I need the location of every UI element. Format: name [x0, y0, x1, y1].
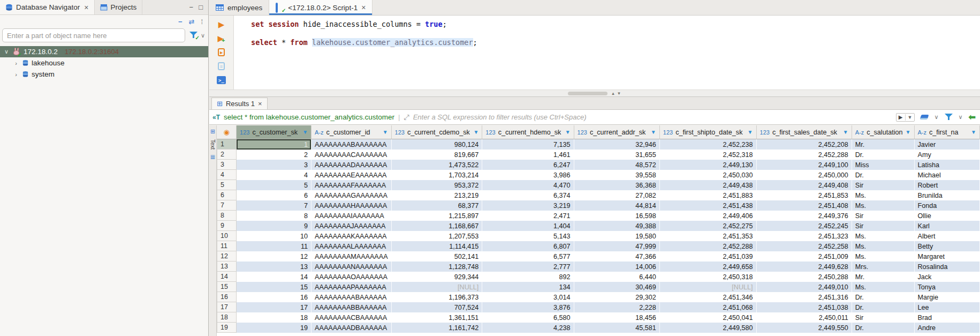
- grid-cell[interactable]: 47,999: [574, 241, 660, 251]
- grid-cell[interactable]: AAAAAAAACBAAAAAA: [312, 312, 392, 323]
- grid-cell[interactable]: 892: [482, 272, 574, 282]
- grid-cell[interactable]: 2,450,030: [660, 170, 757, 180]
- grid-cell[interactable]: AAAAAAAAOAAAAAAA: [312, 272, 392, 282]
- sort-dropdown-icon[interactable]: ▼: [565, 129, 571, 135]
- grid-cell[interactable]: 49,388: [574, 221, 660, 231]
- grid-cell[interactable]: 10: [237, 231, 312, 241]
- grid-cell[interactable]: Ms.: [852, 231, 915, 241]
- grid-cell[interactable]: 2,449,100: [757, 160, 852, 170]
- grid-cell[interactable]: 2,450,318: [660, 272, 757, 282]
- grid-cell[interactable]: 2,451,323: [757, 231, 852, 241]
- previous-page-icon[interactable]: ⬅: [969, 112, 976, 122]
- grid-cell[interactable]: 3,986: [482, 170, 574, 180]
- filters-dropdown-icon[interactable]: ∨: [959, 114, 963, 121]
- grid-cell[interactable]: [NULL]: [660, 282, 757, 292]
- grid-cell[interactable]: 2,452,208: [757, 139, 852, 150]
- row-number[interactable]: 2: [217, 150, 237, 160]
- grid-cell[interactable]: 1,361,151: [392, 312, 483, 323]
- grid-cell[interactable]: Margie: [915, 292, 980, 302]
- grid-cell[interactable]: AAAAAAAAEAAAAAAA: [312, 170, 392, 180]
- grid-view-icon[interactable]: ⊞: [210, 128, 215, 135]
- grid-cell[interactable]: 11: [237, 241, 312, 251]
- grid-cell[interactable]: Tonya: [915, 282, 980, 292]
- grid-cell[interactable]: 929,344: [392, 272, 483, 282]
- grid-cell[interactable]: 1,168,667: [392, 221, 483, 231]
- apply-filter-button[interactable]: ▶ ▼: [896, 113, 915, 122]
- column-header-c_current_cdemo_sk[interactable]: 123c_current_cdemo_sk▼: [392, 125, 483, 139]
- row-number[interactable]: 18: [217, 312, 237, 323]
- grid-cell[interactable]: 8: [237, 211, 312, 221]
- grid-cell[interactable]: 2,451,009: [757, 251, 852, 262]
- sort-dropdown-icon[interactable]: ▼: [302, 129, 308, 135]
- tab-results-1[interactable]: ⊞ Results 1 ×: [211, 98, 268, 109]
- result-filter-input[interactable]: [413, 113, 892, 121]
- sort-dropdown-icon[interactable]: ▼: [906, 129, 911, 135]
- grid-cell[interactable]: AAAAAAAAKAAAAAAA: [312, 231, 392, 241]
- grid-cell[interactable]: 15: [237, 282, 312, 292]
- grid-cell[interactable]: Albert: [915, 231, 980, 241]
- column-header-c_current_hdemo_sk[interactable]: 123c_current_hdemo_sk▼: [482, 125, 574, 139]
- grid-cell[interactable]: 3,219: [482, 200, 574, 211]
- sash-grip-icon[interactable]: ▴ ▾: [612, 91, 621, 96]
- grid-cell[interactable]: 2,449,580: [660, 323, 757, 333]
- grid-cell[interactable]: 1,461: [482, 150, 574, 160]
- execute-script-button[interactable]: ▸: [217, 48, 226, 57]
- grid-cell[interactable]: AAAAAAAAIAAAAAAA: [312, 211, 392, 221]
- grid-cell[interactable]: 2,451,039: [660, 251, 757, 262]
- grid-cell[interactable]: 1,703,214: [392, 170, 483, 180]
- grid-cell[interactable]: Javier: [915, 139, 980, 150]
- grid-cell[interactable]: 12: [237, 251, 312, 262]
- grid-cell[interactable]: Margaret: [915, 251, 980, 262]
- grid-cell[interactable]: 18: [237, 312, 312, 323]
- grid-cell[interactable]: Miss: [852, 160, 915, 170]
- grid-cell[interactable]: 2,449,550: [757, 323, 852, 333]
- grid-cell[interactable]: AAAAAAAALAAAAAAA: [312, 241, 392, 251]
- grid-cell[interactable]: Dr.: [852, 323, 915, 333]
- grid-cell[interactable]: 1: [237, 139, 312, 150]
- grid-cell[interactable]: Ms.: [852, 200, 915, 211]
- grid-cell[interactable]: Brad: [915, 312, 980, 323]
- row-number[interactable]: 11: [217, 241, 237, 251]
- grid-cell[interactable]: 47,366: [574, 251, 660, 262]
- grid-cell[interactable]: 2,452,238: [660, 139, 757, 150]
- grid-cell[interactable]: 19: [237, 323, 312, 333]
- grid-cell[interactable]: Ms.: [852, 190, 915, 200]
- link-with-editor-icon[interactable]: ⇄: [188, 18, 194, 25]
- grid-cell[interactable]: 48,572: [574, 160, 660, 170]
- grid-cell[interactable]: Ms.: [852, 251, 915, 262]
- grid-cell[interactable]: 19,580: [574, 231, 660, 241]
- tree-item-connection[interactable]: ∨ ✓ 172.18.0.2 172.18.0.2:31604: [0, 46, 208, 57]
- grid-cell[interactable]: 4,470: [482, 180, 574, 190]
- row-number[interactable]: 1: [217, 139, 237, 150]
- column-header-c_salutation[interactable]: A-zc_salutation▼: [852, 125, 915, 139]
- grid-cell[interactable]: 5,143: [482, 231, 574, 241]
- grid-cell[interactable]: Sir: [852, 312, 915, 323]
- grid-cell[interactable]: Sir: [852, 211, 915, 221]
- sort-dropdown-icon[interactable]: ▼: [651, 129, 656, 135]
- grid-cell[interactable]: AAAAAAAAMAAAAAAA: [312, 251, 392, 262]
- tab-database-navigator[interactable]: Database Navigator ×: [0, 0, 95, 14]
- maximize-view-icon[interactable]: □: [199, 3, 203, 11]
- grid-cell[interactable]: 6,440: [574, 272, 660, 282]
- grid-cell[interactable]: 2,451,316: [757, 292, 852, 302]
- row-number[interactable]: 6: [217, 190, 237, 200]
- grid-cell[interactable]: 2,450,000: [757, 170, 852, 180]
- column-header-c_current_addr_sk[interactable]: 123c_current_addr_sk▼: [574, 125, 660, 139]
- grid-cell[interactable]: 6: [237, 190, 312, 200]
- grid-cell[interactable]: AAAAAAAAGAAAAAAA: [312, 190, 392, 200]
- grid-cell[interactable]: 18,456: [574, 312, 660, 323]
- grid-cell[interactable]: 707,524: [392, 302, 483, 312]
- grid-cell[interactable]: 2,451,353: [660, 231, 757, 241]
- grid-cell[interactable]: 2,452,275: [660, 221, 757, 231]
- grid-cell[interactable]: Sir: [852, 221, 915, 231]
- grid-cell[interactable]: 2: [237, 150, 312, 160]
- grid-cell[interactable]: 13: [237, 262, 312, 272]
- grid-cell[interactable]: 2,777: [482, 262, 574, 272]
- apply-dropdown-icon[interactable]: ▼: [908, 115, 913, 120]
- grid-cell[interactable]: 6,577: [482, 251, 574, 262]
- grid-cell[interactable]: 134: [482, 282, 574, 292]
- grid-cell[interactable]: AAAAAAAANAAAAAAA: [312, 262, 392, 272]
- twist-open-icon[interactable]: ∨: [3, 48, 10, 55]
- grid-cell[interactable]: Fonda: [915, 200, 980, 211]
- row-number[interactable]: 15: [217, 282, 237, 292]
